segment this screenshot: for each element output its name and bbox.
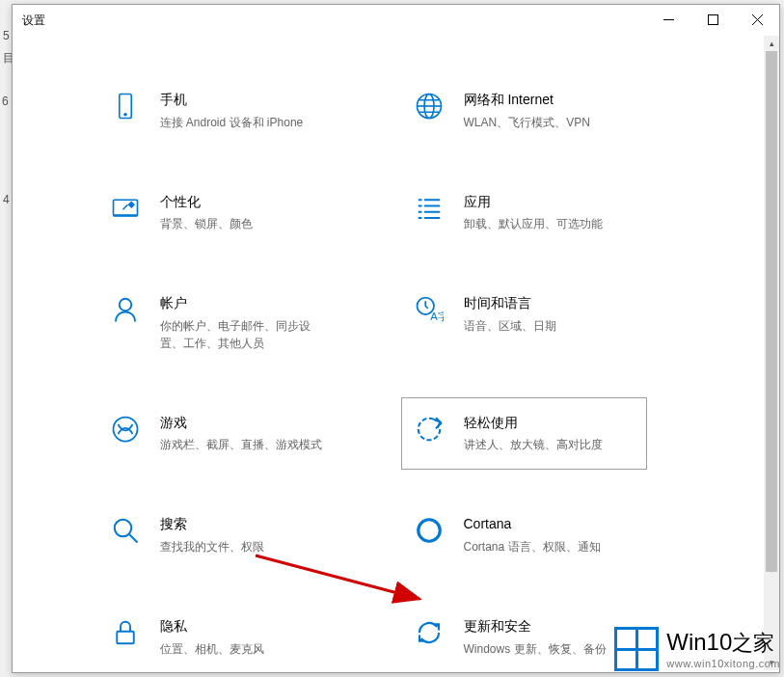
watermark: Win10之家 www.win10xitong.com <box>614 627 780 671</box>
card-subtitle: 你的帐户、电子邮件、同步设置、工作、其他人员 <box>160 317 331 352</box>
phone-icon <box>110 91 141 122</box>
accounts-icon <box>110 294 141 325</box>
time-language-card[interactable]: A字 时间和语言 语音、区域、日期 <box>401 278 647 368</box>
svg-point-19 <box>119 299 131 311</box>
card-subtitle: 背景、锁屏、颜色 <box>160 215 331 232</box>
window-title: 设置 <box>22 13 45 29</box>
search-card[interactable]: 搜索 查找我的文件、权限 <box>97 499 343 572</box>
window-controls <box>646 5 779 34</box>
network-card[interactable]: 网络和 Internet WLAN、飞行模式、VPN <box>401 74 647 148</box>
watermark-url: www.win10xitong.com <box>666 658 780 669</box>
card-title: 应用 <box>464 193 635 212</box>
card-title: 隐私 <box>160 617 331 636</box>
svg-rect-1 <box>708 14 717 24</box>
ease-of-access-card[interactable]: 轻松使用 讲述人、放大镜、高对比度 <box>401 397 647 471</box>
maximize-button[interactable] <box>690 5 735 34</box>
personalization-icon <box>110 193 141 224</box>
card-subtitle: 卸载、默认应用、可选功能 <box>464 215 635 232</box>
update-security-icon <box>414 617 445 648</box>
personalization-card[interactable]: 个性化 背景、锁屏、颜色 <box>97 176 343 250</box>
cortana-icon <box>414 515 445 546</box>
card-subtitle: 连接 Android 设备和 iPhone <box>160 114 331 131</box>
card-title: Cortana <box>464 515 635 534</box>
svg-point-23 <box>114 520 131 537</box>
apps-card[interactable]: 应用 卸载、默认应用、可选功能 <box>401 176 647 250</box>
time-language-icon: A字 <box>414 294 445 325</box>
svg-point-22 <box>113 417 137 441</box>
card-title: 更新和安全 <box>464 617 635 636</box>
scrollbar[interactable]: ▴ ▾ <box>764 36 779 670</box>
svg-rect-26 <box>117 632 134 644</box>
card-title: 手机 <box>160 91 331 110</box>
close-icon <box>752 14 763 25</box>
windows-logo-icon <box>614 627 659 671</box>
card-title: 网络和 Internet <box>464 91 635 110</box>
card-title: 搜索 <box>160 515 331 534</box>
accounts-card[interactable]: 帐户 你的帐户、电子邮件、同步设置、工作、其他人员 <box>97 278 343 368</box>
card-title: 游戏 <box>160 414 331 433</box>
cortana-card[interactable]: Cortana Cortana 语言、权限、通知 <box>401 499 647 572</box>
card-subtitle: 语音、区域、日期 <box>464 317 635 335</box>
svg-point-5 <box>124 114 126 116</box>
apps-icon <box>414 193 445 224</box>
maximize-icon <box>708 14 718 25</box>
settings-window: 设置 手机 连接 Android 设备和 iPhone <box>12 4 780 673</box>
card-subtitle: 查找我的文件、权限 <box>160 538 331 555</box>
ease-of-access-icon <box>414 414 445 445</box>
card-subtitle: 讲述人、放大镜、高对比度 <box>464 436 635 453</box>
gaming-icon <box>110 414 141 445</box>
update-security-card[interactable]: 更新和安全 Windows 更新、恢复、备份 <box>401 601 647 672</box>
minimize-icon <box>663 14 674 25</box>
card-subtitle: Windows 更新、恢复、备份 <box>464 640 635 658</box>
card-title: 个性化 <box>160 193 331 212</box>
card-title: 时间和语言 <box>464 294 635 313</box>
close-button[interactable] <box>735 5 779 34</box>
card-subtitle: 位置、相机、麦克风 <box>160 640 331 658</box>
privacy-card[interactable]: 隐私 位置、相机、麦克风 <box>97 601 343 672</box>
card-subtitle: Cortana 语言、权限、通知 <box>464 538 635 555</box>
card-title: 帐户 <box>160 294 331 313</box>
card-subtitle: WLAN、飞行模式、VPN <box>464 114 635 131</box>
phone-card[interactable]: 手机 连接 Android 设备和 iPhone <box>97 74 343 148</box>
gaming-card[interactable]: 游戏 游戏栏、截屏、直播、游戏模式 <box>97 397 343 471</box>
minimize-button[interactable] <box>646 5 690 34</box>
watermark-title: Win10之家 <box>666 629 780 658</box>
scrollbar-thumb[interactable] <box>766 51 777 572</box>
titlebar[interactable]: 设置 <box>13 5 779 36</box>
network-icon <box>414 91 445 122</box>
svg-point-25 <box>418 520 440 542</box>
scroll-up-arrow[interactable]: ▴ <box>764 36 779 51</box>
svg-line-24 <box>128 534 137 543</box>
card-subtitle: 游戏栏、截屏、直播、游戏模式 <box>160 436 331 453</box>
search-icon <box>110 515 141 546</box>
settings-grid: 手机 连接 Android 设备和 iPhone 网络和 Internet WL… <box>88 65 705 672</box>
background-fragment: 5 目 6 4 <box>0 0 12 193</box>
card-title: 轻松使用 <box>464 414 635 433</box>
settings-content: 手机 连接 Android 设备和 iPhone 网络和 Internet WL… <box>13 36 779 672</box>
privacy-icon <box>110 617 141 648</box>
svg-text:A字: A字 <box>430 311 444 322</box>
